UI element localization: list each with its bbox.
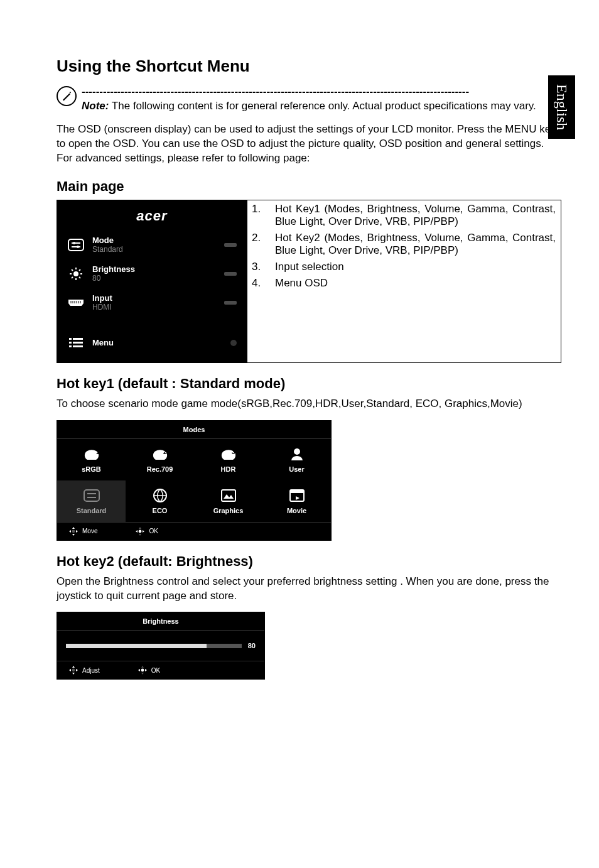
svg-marker-47: [72, 666, 75, 668]
svg-point-3: [73, 242, 75, 244]
eco-icon: [128, 487, 192, 504]
svg-rect-22: [69, 342, 72, 344]
svg-rect-21: [73, 338, 83, 340]
main-page-heading: Main page: [57, 178, 561, 195]
note-divider: ----------------------------------------…: [82, 85, 536, 99]
svg-point-41: [72, 529, 75, 533]
mode-hdr[interactable]: 3 HDR: [194, 439, 262, 480]
svg-point-29: [294, 448, 300, 455]
hotkey2-desc: Open the Brightness control and select y…: [57, 575, 561, 604]
osd-row-input[interactable]: Input HDMI: [65, 288, 239, 317]
mode-label: ECO: [128, 507, 192, 514]
svg-marker-42: [139, 527, 141, 529]
svg-line-12: [72, 277, 73, 278]
svg-marker-53: [141, 673, 144, 675]
brightness-icon: [67, 267, 85, 281]
osd-shortcut-panel: acer Mode Standard Brightness 80: [57, 200, 247, 362]
mode-label: User: [265, 465, 328, 473]
main-page-list: Hot Key1 (Modes, Brightness, Volume, Gam…: [247, 200, 561, 362]
game3-icon: 3: [197, 445, 260, 463]
brightness-slider-fill: [66, 644, 207, 648]
svg-marker-45: [143, 530, 144, 533]
hint-move: Move: [68, 526, 97, 536]
brightness-slider[interactable]: [66, 644, 242, 648]
main-page-figure: acer Mode Standard Brightness 80: [57, 200, 561, 363]
standard-icon: [60, 487, 123, 504]
svg-marker-52: [141, 666, 144, 668]
svg-point-5: [73, 271, 78, 276]
svg-text:3: 3: [232, 448, 235, 455]
note-body: The following content is for general ref…: [109, 100, 536, 112]
svg-point-51: [72, 669, 75, 672]
movie-icon: [265, 487, 328, 504]
svg-marker-54: [138, 669, 140, 671]
svg-rect-23: [73, 342, 83, 344]
osd-brightness-sub: 80: [92, 274, 217, 283]
mode-label: Standard: [60, 507, 123, 514]
svg-rect-24: [69, 345, 72, 347]
user-icon: [265, 445, 328, 463]
svg-rect-25: [73, 345, 83, 347]
osd-input-title: Input: [92, 293, 217, 303]
svg-marker-49: [69, 669, 71, 671]
svg-marker-40: [76, 530, 78, 533]
brightness-panel: Brightness 80 Adjust OK: [57, 612, 265, 680]
hotkey2-heading: Hot key2 (default: Brightness): [57, 553, 561, 570]
svg-rect-20: [69, 338, 72, 340]
svg-line-13: [79, 269, 80, 271]
svg-marker-37: [72, 527, 75, 529]
hint-adjust: Adjust: [68, 665, 100, 675]
hotkey1-heading: Hot key1 (default : Standard mode): [57, 376, 561, 392]
osd-indicator: [224, 301, 237, 305]
osd-indicator: [224, 272, 237, 276]
osd-row-menu[interactable]: Menu: [65, 331, 239, 355]
note-label: Note:: [82, 100, 109, 112]
page-title: Using the Shortcut Menu: [57, 57, 561, 76]
mode-label: Movie: [265, 507, 328, 514]
svg-marker-39: [69, 530, 71, 533]
brand-logo: acer: [65, 208, 239, 224]
svg-marker-50: [76, 669, 78, 671]
graphics-icon: [197, 487, 260, 504]
hint-ok: OK: [135, 526, 158, 536]
svg-marker-44: [136, 530, 138, 533]
game2-icon: 2: [128, 445, 192, 463]
osd-brightness-title: Brightness: [92, 264, 217, 274]
svg-marker-43: [139, 534, 141, 536]
osd-menu-title: Menu: [92, 338, 223, 348]
intro-text: The OSD (onscreen display) can be used t…: [57, 122, 561, 166]
osd-indicator: [230, 340, 237, 346]
list-item: Hot Key2 (Modes, Brightness, Volume, Gam…: [264, 232, 556, 257]
svg-line-10: [72, 269, 73, 271]
mode-label: Graphics: [197, 507, 260, 514]
svg-marker-55: [145, 669, 147, 671]
modes-panel-title: Modes: [57, 421, 331, 439]
brightness-value: 80: [248, 642, 256, 649]
note-icon: [57, 86, 77, 106]
svg-line-11: [79, 277, 80, 278]
mode-rec709[interactable]: 2 Rec.709: [126, 439, 194, 480]
osd-row-brightness[interactable]: Brightness 80: [65, 259, 239, 288]
game1-icon: 1: [60, 445, 123, 463]
svg-text:2: 2: [163, 448, 167, 455]
svg-point-4: [77, 246, 79, 248]
svg-rect-36: [290, 490, 304, 493]
svg-point-56: [141, 669, 144, 672]
note-block: ----------------------------------------…: [57, 85, 561, 114]
svg-rect-0: [68, 239, 84, 251]
mode-standard[interactable]: Standard: [57, 480, 126, 522]
mode-graphics[interactable]: Graphics: [194, 480, 262, 522]
svg-text:1: 1: [96, 448, 100, 455]
osd-input-sub: HDMI: [92, 303, 217, 312]
osd-row-mode[interactable]: Mode Standard: [65, 231, 239, 259]
mode-srgb[interactable]: 1 sRGB: [57, 439, 126, 480]
mode-movie[interactable]: Movie: [262, 480, 331, 522]
list-item: Input selection: [264, 261, 556, 273]
svg-rect-34: [222, 490, 235, 501]
mode-label: sRGB: [60, 465, 123, 473]
language-tab: English: [548, 75, 575, 139]
mode-eco[interactable]: ECO: [126, 480, 194, 522]
mode-user[interactable]: User: [262, 439, 331, 480]
hotkey1-desc: To choose scenario mode game mode(sRGB,R…: [57, 397, 561, 411]
osd-indicator: [224, 243, 237, 247]
